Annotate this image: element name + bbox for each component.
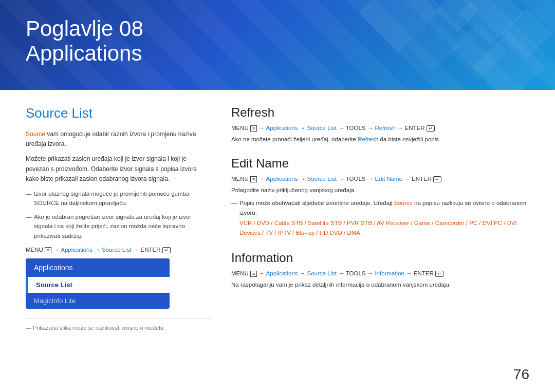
bullet-1: Izvor ulaznog signala moguće je promijen… [26,189,211,208]
menu-path-left: MENU ≡ → Applications → Source List → EN… [26,247,211,253]
left-column: Source List Source vam omogućuje odabir … [26,105,211,331]
editname-section: Edit Name MENU ≡ → Applications → Source… [231,156,529,238]
refresh-desc: Ako ne možete pronaći željeni uređaj, od… [231,135,529,144]
right-column: Refresh MENU ≡ → Applications → Source L… [231,105,529,331]
enter-icon-i: ↵ [435,271,443,277]
menu-label-r: MENU [231,125,250,131]
information-desc: Na raspolaganju vam je prikaz detaljnih … [231,280,529,289]
intro-text: vam omogućuje odabir raznih izvora i pro… [26,130,196,147]
chapter-line1: Poglavlje 08 [26,16,529,41]
info-link: Information [375,270,404,276]
refresh-section: Refresh MENU ≡ → Applications → Source L… [231,105,529,144]
refresh-applications-link: Applications [266,125,298,131]
ui-selected-item: Source List [26,277,170,293]
enter-icon-r1: ↵ [427,125,435,132]
editname-heading: Edit Name [231,156,529,171]
ui-header: Applications [26,258,170,277]
info-applications-link: Applications [266,270,298,276]
ui-mockup: Applications Source List MagicInfo Lite [26,258,170,309]
menu-label: MENU [26,247,45,253]
refresh-menu-path: MENU ≡ → Applications → Source List → TO… [231,125,529,132]
menu-icon-r: ≡ [250,125,257,132]
refresh-inline-link: Refresh [358,136,378,142]
intro-paragraph: Source vam omogućuje odabir raznih izvor… [26,129,211,149]
devices-list-text: VCR / DVD / Cable STB / Satellite STB / … [239,220,517,236]
menu-icon: ≡ [45,247,51,253]
information-section: Information MENU ≡ → Applications → Sour… [231,251,529,289]
refresh-sourcelist-link: Source List [307,125,337,131]
enter-icon: ↵ [162,247,171,253]
editname-sourcelist-link: Source List [307,176,337,182]
editname-link: Edit Name [375,176,402,182]
page-number: 76 [513,366,529,383]
information-menu-path: MENU ≡ → Applications → Source List → TO… [231,270,529,277]
bullet-2: Ako je odabran pogrešan izvor signala za… [26,212,211,240]
applications-link: Applications [61,247,92,253]
chapter-line2: Applications [26,41,529,66]
menu-arrow3: → ENTER [133,247,162,253]
ui-normal-item: MagicInfo Lite [26,293,170,309]
menu-icon-i: ≡ [250,271,257,277]
refresh-link: Refresh [375,125,395,131]
source-list-title: Source List [26,105,211,121]
information-heading: Information [231,251,529,265]
source-link: Source [26,130,45,138]
source-inline-link: Source [394,200,412,206]
info-sourcelist-link: Source List [307,270,337,276]
enter-icon-e: ↵ [433,176,441,182]
footnote: Prikazana slika može se razlikovati ovis… [26,318,211,331]
editname-menu-path: MENU ≡ → Applications → Source List → TO… [231,176,529,182]
para2-text: Možete prikazati zaslon uređaja koji je … [26,154,211,184]
chapter-title: Poglavlje 08 Applications [26,16,529,66]
page-header: Poglavlje 08 Applications [0,0,555,90]
editname-desc: Prilagodite naziv priključenog vanjskog … [231,185,529,195]
device-list: Popis može obuhvaćati sljedeće izvorišne… [231,198,529,238]
sourcelist-link: Source List [102,247,132,253]
menu-arrow1: → [53,247,61,253]
menu-icon-e: ≡ [250,176,257,182]
menu-arrow2: → [94,247,102,253]
refresh-heading: Refresh [231,105,529,120]
editname-applications-link: Applications [266,176,298,182]
main-content: Source List Source vam omogućuje odabir … [0,90,555,341]
